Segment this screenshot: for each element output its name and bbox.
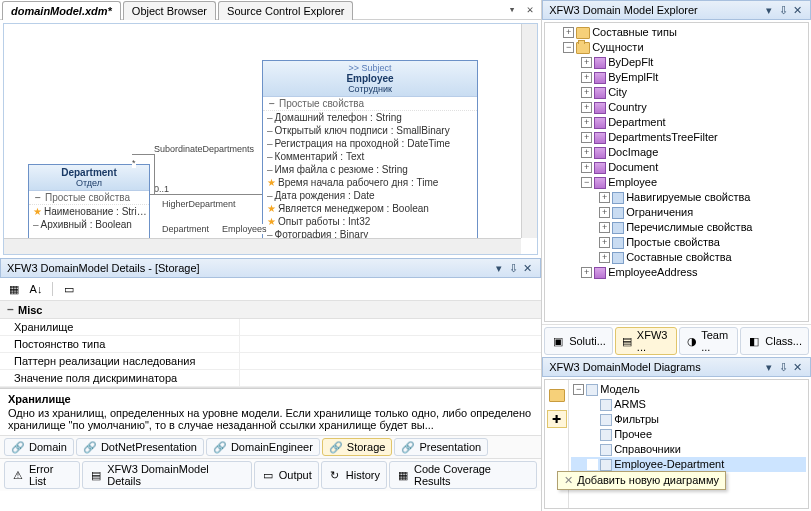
entity-icon [594,87,606,99]
expand-icon[interactable]: + [599,252,610,263]
tab-domainmodel-details[interactable]: ▤XFW3 DomainModel Details [82,461,251,489]
tab-team-explorer[interactable]: ◑Team ... [679,327,738,355]
folder-icon [612,252,624,264]
tab-xfw3-explorer[interactable]: ▤XFW3 ... [615,327,678,355]
entity-icon [594,117,606,129]
entity-icon [594,132,606,144]
open-folder-icon[interactable] [547,386,567,404]
tab-output[interactable]: ▭Output [254,461,319,489]
diagram-icon [600,429,612,441]
expand-icon[interactable]: + [581,132,592,143]
collapse-icon[interactable]: − [573,384,584,395]
folder-icon [612,237,624,249]
pin-icon[interactable]: ⇩ [776,3,790,17]
properties-icon[interactable]: ▭ [59,280,79,298]
tab-solution-explorer[interactable]: ▣Soluti... [544,327,613,355]
expand-icon[interactable]: + [581,87,592,98]
diagrams-pane-header: XFW3 DomainModel Diagrams ▾ ⇩ ✕ [542,357,811,377]
expand-icon[interactable]: + [563,27,574,38]
output-tabs: ⚠Error List ▤XFW3 DomainModel Details ▭O… [0,458,541,491]
categorized-icon[interactable]: ▦ [4,280,24,298]
star-icon: ★ [267,216,276,227]
diagram-surface[interactable]: Department Отдел −Простые свойства ★Наим… [3,23,538,255]
diagram-icon [600,399,612,411]
output-icon: ▭ [261,468,275,482]
close-icon[interactable]: ✕ [523,3,537,17]
relation-label: SubordinateDepartments [154,144,254,154]
expand-icon[interactable]: + [599,222,610,233]
expand-icon[interactable]: + [599,207,610,218]
tab-history[interactable]: ↻History [321,461,387,489]
collapse-icon[interactable]: − [563,42,574,53]
details-icon: ▤ [89,468,103,482]
close-icon[interactable]: ✕ [790,3,804,17]
expand-icon[interactable]: + [581,267,592,278]
relation-role: Department [162,224,209,234]
entity-title: Department [33,167,145,178]
model-explorer-tree[interactable]: +Составные типы −Сущности +ByDepFlt +ByE… [545,23,808,282]
dropdown-icon[interactable]: ▾ [762,3,776,17]
collapse-icon[interactable]: − [581,177,592,188]
folder-icon [612,192,624,204]
star-icon: ★ [267,177,276,188]
expand-icon[interactable]: + [581,162,592,173]
diagram-icon [600,444,612,456]
pin-icon[interactable]: ⇩ [506,261,520,275]
star-icon: ★ [33,206,42,217]
folder-icon [612,222,624,234]
aspect-icon: 🔗 [329,440,343,454]
entity-icon [594,72,606,84]
entity-icon [594,57,606,69]
toolwindow-tabs: ▣Soluti... ▤XFW3 ... ◑Team ... ◧Class... [542,324,811,357]
relation-mult: * [132,158,136,168]
explorer-pane-header: XFW3 Domain Model Explorer ▾ ⇩ ✕ [542,0,811,20]
expand-icon[interactable]: + [581,72,592,83]
property-grid[interactable]: −Misc Хранилище Постоянство типа Паттерн… [0,301,541,388]
tab-error-list[interactable]: ⚠Error List [4,461,80,489]
folder-icon [576,27,590,39]
alpha-sort-icon[interactable]: A↓ [26,280,46,298]
expand-icon[interactable]: + [599,192,610,203]
expand-icon[interactable]: + [581,117,592,128]
collapse-icon[interactable]: − [33,192,42,203]
relation-role: Employees [222,224,267,234]
editor-tabs: domainModel.xdm* Object Browser Source C… [0,0,541,20]
expand-icon[interactable]: + [581,102,592,113]
solution-icon: ▣ [551,334,565,348]
diagram-icon [600,414,612,426]
aspect-tabs: 🔗Domain 🔗DotNetPresentation 🔗DomainEngin… [0,435,541,458]
close-icon[interactable]: ✕ [520,261,534,275]
folder-open-icon [576,42,590,54]
tab-domain[interactable]: 🔗Domain [4,438,74,456]
property-toolbar: ▦ A↓ ▭ [0,278,541,301]
entity-icon [594,267,606,279]
close-icon[interactable]: ✕ [790,360,804,374]
tab-object-browser[interactable]: Object Browser [123,1,216,20]
explorer-icon: ▤ [622,334,633,348]
tab-storage[interactable]: 🔗Storage [322,438,393,456]
expand-icon[interactable]: + [581,57,592,68]
dropdown-icon[interactable]: ▾ [505,3,519,17]
tab-source-control[interactable]: Source Control Explorer [218,1,353,20]
tab-presentation[interactable]: 🔗Presentation [394,438,488,456]
diagram-icon [600,459,612,471]
tab-class-view[interactable]: ◧Class... [740,327,809,355]
dropdown-icon[interactable]: ▾ [762,360,776,374]
add-diagram-button[interactable]: ✚ [547,410,567,428]
horizontal-scrollbar[interactable] [4,238,521,254]
pin-icon[interactable]: ⇩ [776,360,790,374]
expand-icon[interactable]: + [599,237,610,248]
tooltip: ✕Добавить новую диаграмму [557,471,726,490]
tab-dotnet-presentation[interactable]: 🔗DotNetPresentation [76,438,204,456]
aspect-icon: 🔗 [401,440,415,454]
expand-icon[interactable]: + [581,147,592,158]
collapse-icon[interactable]: − [267,98,276,109]
tab-domain-engineer[interactable]: 🔗DomainEngineer [206,438,320,456]
tab-domain-model[interactable]: domainModel.xdm* [2,1,121,20]
entity-employee[interactable]: >> Subject Employee Сотрудник −Простые с… [262,60,478,242]
tab-code-coverage[interactable]: ▦Code Coverage Results [389,461,537,489]
dropdown-icon[interactable]: ▾ [492,261,506,275]
relation-mult: 0..1 [154,184,169,194]
collapse-icon[interactable]: − [6,303,15,316]
vertical-scrollbar[interactable] [521,24,537,238]
